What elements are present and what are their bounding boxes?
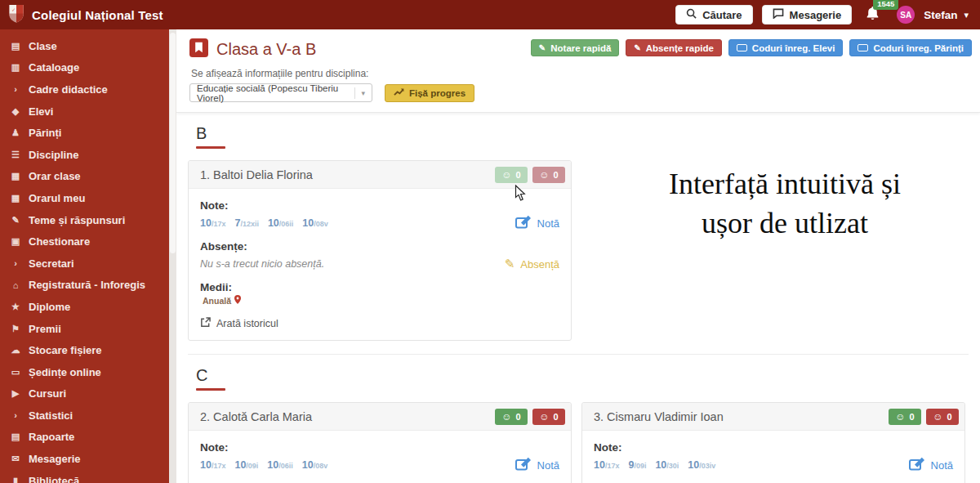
sidebar-item-rapoarte[interactable]: ▤Rapoarte [0,427,169,449]
sidebar-item-premii[interactable]: ⚑Premii [0,318,169,340]
trend-icon [394,87,404,98]
student-card-header: 2. Calotă Carla Maria ☺0 ☺0 [189,403,571,431]
negative-remarks-badge[interactable]: ☺0 [532,167,565,183]
averages-label: Medii: [200,281,559,293]
codes-students-button[interactable]: Coduri înreg. Elevi [728,39,844,56]
user-menu-chevron-icon[interactable]: ▾ [964,10,969,20]
messages-button[interactable]: Mesagerie [762,5,853,25]
grade-chip[interactable]: 10/09i [234,459,258,471]
username: Stefan [924,9,957,21]
chat-icon [773,8,784,21]
grade-pen-icon [515,215,532,231]
student-card-header: 1. Baltoi Delia Florina ☺0 ☺0 [189,161,571,189]
progress-sheet-button[interactable]: Fișă progres [385,84,474,102]
student-card-baltoi: 1. Baltoi Delia Florina ☺0 ☺0 Note: 10/1… [188,160,572,341]
section-c: C 2. Calotă Carla Maria ☺0 ☺0 Note: 10/1… [176,366,980,483]
grades-label: Note: [200,441,559,454]
happy-face-icon: ☺ [501,169,511,181]
sidebar-item-stocare-fisiere[interactable]: ☁Stocare fișiere [0,339,169,361]
add-grade-button[interactable]: Notă [909,457,953,473]
catalog-icon: ▥ [10,62,21,73]
sad-face-icon: ☺ [539,411,549,423]
card-icon [737,44,747,51]
sidebar-item-diplome[interactable]: ★Diplome [0,296,169,318]
storage-icon: ☁ [10,345,21,356]
main-content: Clasa a V-a B ✎Notare rapidă ✎Absențe ra… [176,29,980,483]
grade-chip[interactable]: 10/06ii [268,217,293,229]
sidebar-scrollbar[interactable] [169,29,176,483]
sidebar-item-chestionare[interactable]: ▣Chestionare [0,230,169,253]
show-history-link[interactable]: Arată istoricul [200,317,559,330]
pencil-icon: ✎ [634,44,640,52]
grade-chip[interactable]: 10/30i [655,459,679,471]
section-divider [188,354,969,355]
grade-chip[interactable]: 10/03iv [688,459,715,471]
sidebar-item-registratura[interactable]: ⌂Registratură - Inforegis [0,275,169,297]
discipline-subtitle: Se afișează informațiile pentru discipli… [191,68,969,79]
sidebar-item-cursuri[interactable]: ▶Cursuri [0,383,169,405]
sidebar-item-clase[interactable]: ▤Clase [0,35,169,57]
sad-face-icon: ☺ [933,411,942,423]
diploma-icon: ★ [10,302,21,312]
survey-icon: ▣ [10,236,21,247]
subjects-icon: ☰ [10,150,21,160]
classes-icon: ▤ [10,41,21,51]
sidebar-item-orarul-meu[interactable]: ▦Orarul meu [0,187,169,209]
chevron-right-icon: › [10,410,21,420]
sidebar-item-mesagerie[interactable]: ✉Mesagerie [0,448,169,470]
absence-pencil-icon: ✎ [505,257,515,271]
quick-grade-button[interactable]: ✎Notare rapidă [531,39,620,56]
sidebar-nav: ▤Clase ▥Cataloage ›Cadre didactice ◆Elev… [0,29,169,483]
grade-chip[interactable]: 10/17x [200,459,225,471]
grade-chip[interactable]: 10/17x [594,459,619,471]
quick-absence-button[interactable]: ✎Absențe rapide [626,39,721,56]
grades-label: Note: [200,199,559,212]
chevron-right-icon: › [10,258,21,268]
sidebar-item-orar-clase[interactable]: ▦Orar clase [0,166,169,188]
no-absence-text: Nu s-a trecut nicio absență. [200,258,324,270]
student-card-calota: 2. Calotă Carla Maria ☺0 ☺0 Note: 10/17x… [188,402,572,483]
chevron-down-icon: ▾ [354,87,367,99]
sidebar-item-sedinte-online[interactable]: ▭Ședințe online [0,361,169,383]
sidebar-item-cataloage[interactable]: ▥Cataloage [0,57,169,79]
avatar[interactable]: SA [897,6,915,24]
sidebar-item-secretari[interactable]: ›Secretari [0,253,169,275]
grade-chip[interactable]: 10/06ii [267,459,292,471]
pin-icon [234,295,241,306]
school-crest-icon: ✓ [8,4,24,26]
search-button[interactable]: Căutare [675,5,752,25]
grade-chip[interactable]: 7/12xii [234,217,258,229]
notifications-bell[interactable]: 1545 [866,6,880,24]
school-name: Colegiul Național Test [32,8,163,22]
sidebar-item-elevi[interactable]: ◆Elevi [0,101,169,123]
sidebar-item-statistici[interactable]: ›Statistici [0,405,169,427]
messages-icon: ✉ [10,454,21,464]
grade-chip[interactable]: 9/09i [628,459,646,471]
positive-remarks-badge[interactable]: ☺0 [889,409,921,425]
positive-remarks-badge[interactable]: ☺0 [495,409,528,425]
codes-parents-button[interactable]: Coduri înreg. Părinți [849,39,972,56]
scrollbar-thumb[interactable] [170,33,176,253]
registry-icon: ⌂ [10,280,21,290]
discipline-select[interactable]: Educație socială (Popescu Tiberiu Viorel… [189,83,372,102]
homework-icon: ✎ [10,215,21,226]
sidebar-item-teme[interactable]: ✎Teme și răspunsuri [0,209,169,231]
brand[interactable]: ✓ Colegiul Național Test [8,4,163,26]
student-name: 3. Cismaru Vladimir Ioan [594,410,724,423]
grade-chip[interactable]: 10/17x [200,217,225,229]
pencil-icon: ✎ [539,44,546,52]
add-grade-button[interactable]: Notă [515,215,559,231]
section-letter: B [196,124,969,143]
positive-remarks-badge[interactable]: ☺0 [495,167,528,183]
awards-icon: ⚑ [10,324,21,334]
sidebar-item-biblioteca[interactable]: ▮Bibliotecă [0,470,169,483]
sidebar-item-discipline[interactable]: ☰Discipline [0,144,169,166]
grade-chip[interactable]: 10/08v [302,459,327,471]
negative-remarks-badge[interactable]: ☺0 [926,409,959,425]
negative-remarks-badge[interactable]: ☺0 [532,409,565,425]
grade-chip[interactable]: 10/08v [302,217,327,229]
add-absence-button[interactable]: ✎ Absență [505,257,559,271]
add-grade-button[interactable]: Notă [515,457,559,473]
sidebar-item-cadre-didactice[interactable]: ›Cadre didactice [0,78,169,101]
sidebar-item-parinti[interactable]: ♟Părinți [0,122,169,144]
